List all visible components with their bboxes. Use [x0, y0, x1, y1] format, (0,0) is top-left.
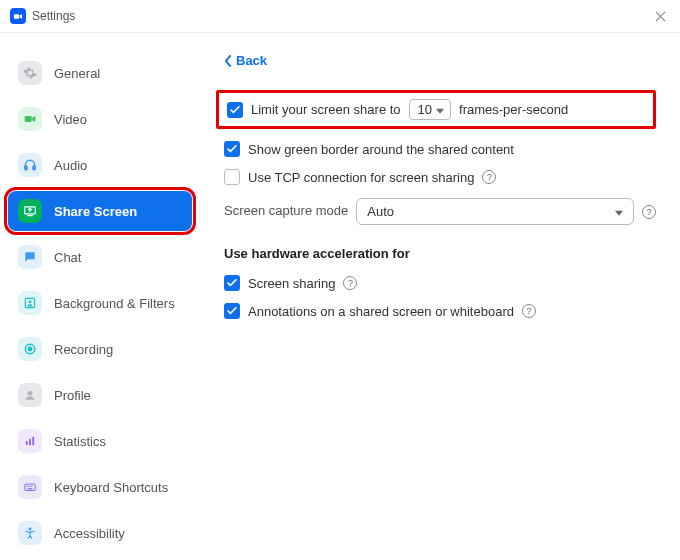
sidebar-item-label: Background & Filters	[54, 296, 175, 311]
titlebar-left: Settings	[10, 8, 75, 24]
sidebar-item-share-screen[interactable]: Share Screen	[8, 191, 192, 231]
sidebar-item-label: Chat	[54, 250, 81, 265]
headphones-icon	[18, 153, 42, 177]
statistics-icon	[18, 429, 42, 453]
svg-point-8	[28, 347, 32, 351]
svg-rect-0	[14, 14, 19, 19]
content: Back Limit your screen share to 10 frame…	[200, 33, 680, 560]
limit-fps-label-before: Limit your screen share to	[251, 102, 401, 117]
background-icon	[18, 291, 42, 315]
svg-rect-3	[33, 166, 35, 170]
sidebar-item-general[interactable]: General	[8, 53, 192, 93]
keyboard-icon	[18, 475, 42, 499]
sidebar-item-label: Video	[54, 112, 87, 127]
sidebar-item-audio[interactable]: Audio	[8, 145, 192, 185]
svg-point-9	[28, 391, 33, 396]
svg-rect-11	[29, 439, 31, 445]
help-icon[interactable]: ?	[642, 205, 656, 219]
sidebar-item-statistics[interactable]: Statistics	[8, 421, 192, 461]
tcp-label: Use TCP connection for screen sharing	[248, 170, 474, 185]
green-border-label: Show green border around the shared cont…	[248, 142, 514, 157]
sidebar-item-label: Recording	[54, 342, 113, 357]
svg-rect-2	[25, 166, 27, 170]
svg-rect-16	[31, 486, 32, 487]
sidebar-item-label: General	[54, 66, 100, 81]
limit-fps-checkbox[interactable]	[227, 102, 243, 118]
gear-icon	[18, 61, 42, 85]
tcp-checkbox[interactable]	[224, 169, 240, 185]
window-title: Settings	[32, 9, 75, 23]
sidebar-item-label: Profile	[54, 388, 91, 403]
svg-rect-10	[26, 441, 28, 445]
sidebar-item-label: Statistics	[54, 434, 106, 449]
hw-screen-share-checkbox[interactable]	[224, 275, 240, 291]
capture-mode-row: Screen capture mode Auto ?	[224, 197, 656, 226]
svg-rect-13	[25, 484, 36, 490]
chevron-left-icon	[224, 55, 232, 67]
svg-rect-14	[27, 486, 28, 487]
capture-mode-label: Screen capture mode	[224, 203, 348, 218]
hw-accel-header: Use hardware acceleration for	[224, 246, 656, 261]
app-icon	[10, 8, 26, 24]
close-button[interactable]	[650, 6, 670, 26]
green-border-checkbox[interactable]	[224, 141, 240, 157]
back-link[interactable]: Back	[224, 53, 267, 68]
svg-rect-17	[28, 488, 33, 489]
limit-fps-label-after: frames-per-second	[459, 102, 568, 117]
hw-screen-share-label: Screen sharing	[248, 276, 335, 291]
capture-mode-value: Auto	[367, 204, 394, 219]
accessibility-icon	[18, 521, 42, 545]
sidebar-item-label: Audio	[54, 158, 87, 173]
sidebar-item-label: Keyboard Shortcuts	[54, 480, 168, 495]
sidebar-item-profile[interactable]: Profile	[8, 375, 192, 415]
sidebar: General Video Audio Share Screen Chat	[0, 33, 200, 560]
green-border-row: Show green border around the shared cont…	[224, 141, 656, 157]
svg-rect-12	[32, 437, 34, 445]
hw-annotations-label: Annotations on a shared screen or whiteb…	[248, 304, 514, 319]
hw-annotations-checkbox[interactable]	[224, 303, 240, 319]
fps-value: 10	[418, 102, 432, 117]
chat-icon	[18, 245, 42, 269]
sidebar-item-keyboard[interactable]: Keyboard Shortcuts	[8, 467, 192, 507]
titlebar: Settings	[0, 0, 680, 33]
sidebar-item-label: Accessibility	[54, 526, 125, 541]
profile-icon	[18, 383, 42, 407]
help-icon[interactable]: ?	[482, 170, 496, 184]
hw-screen-share-row: Screen sharing ?	[224, 275, 656, 291]
svg-rect-1	[25, 116, 32, 122]
back-label: Back	[236, 53, 267, 68]
sidebar-item-recording[interactable]: Recording	[8, 329, 192, 369]
fps-select[interactable]: 10	[409, 99, 451, 120]
hw-annotations-row: Annotations on a shared screen or whiteb…	[224, 303, 656, 319]
svg-point-18	[29, 527, 32, 530]
help-icon[interactable]: ?	[343, 276, 357, 290]
sidebar-item-video[interactable]: Video	[8, 99, 192, 139]
video-icon	[18, 107, 42, 131]
limit-fps-row: Limit your screen share to 10 frames-per…	[216, 90, 656, 129]
share-screen-icon	[18, 199, 42, 223]
recording-icon	[18, 337, 42, 361]
svg-point-6	[29, 300, 32, 303]
sidebar-item-label: Share Screen	[54, 204, 137, 219]
container: General Video Audio Share Screen Chat	[0, 33, 680, 560]
sidebar-item-chat[interactable]: Chat	[8, 237, 192, 277]
svg-rect-15	[29, 486, 30, 487]
help-icon[interactable]: ?	[522, 304, 536, 318]
tcp-row: Use TCP connection for screen sharing ?	[224, 169, 656, 185]
capture-mode-select[interactable]: Auto	[356, 198, 634, 225]
sidebar-item-accessibility[interactable]: Accessibility	[8, 513, 192, 553]
sidebar-item-background[interactable]: Background & Filters	[8, 283, 192, 323]
